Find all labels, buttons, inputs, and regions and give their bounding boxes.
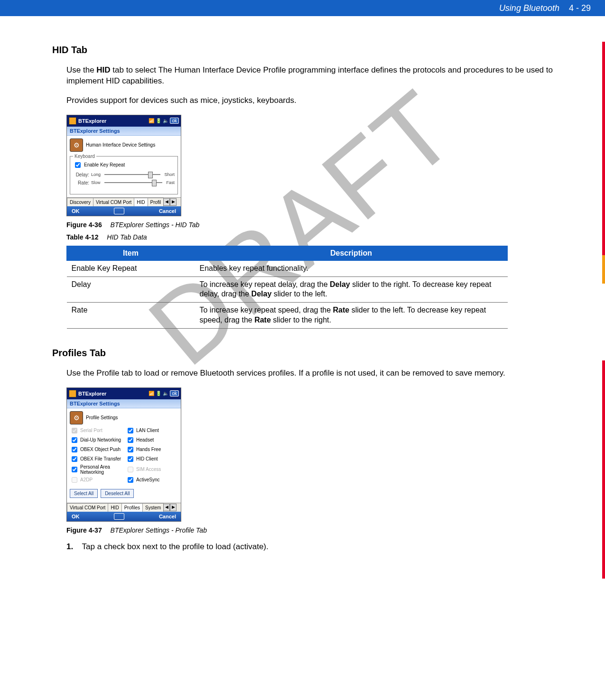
tab-strip: Virtual COM Port HID Profiles System ◀ ▶: [67, 503, 181, 512]
cancel-button[interactable]: Cancel: [159, 208, 176, 214]
app-icon: [69, 117, 76, 125]
profiles-paragraph-1: Use the Profile tab to load or remove Bl…: [66, 368, 562, 379]
cancel-button[interactable]: Cancel: [159, 514, 176, 519]
tab-virtual-com[interactable]: Virtual COM Port: [93, 198, 134, 206]
tab-discovery[interactable]: Discovery: [67, 198, 93, 206]
tab-virtual-com[interactable]: Virtual COM Port: [67, 503, 108, 512]
signal-icon: 📶: [149, 118, 154, 123]
signal-icon: 📶: [149, 391, 154, 396]
profile-item[interactable]: HID Client: [126, 455, 178, 463]
table-row: Enable Key Repeat Enables key repeat fun…: [67, 260, 508, 276]
profile-item[interactable]: Headset: [126, 436, 178, 444]
profile-item: SIM Access: [126, 464, 178, 475]
profile-item[interactable]: Dial-Up Networking: [70, 436, 122, 444]
hid-paragraph-2: Provides support for devices such as mic…: [66, 95, 562, 106]
keyboard-icon[interactable]: [114, 513, 124, 520]
deselect-all-button[interactable]: Deselect All: [101, 489, 134, 498]
battery-icon: 🔋: [156, 391, 161, 396]
gear-icon: ⚙: [70, 411, 83, 424]
soft-key-bar: OK Cancel: [67, 206, 181, 216]
profile-item[interactable]: OBEX Object Push: [70, 445, 122, 454]
profile-item[interactable]: LAN Client: [126, 426, 178, 435]
profile-item[interactable]: ActiveSync: [126, 476, 178, 484]
delay-label: Delay:: [73, 172, 89, 177]
window-subtitle: BTExplorer Settings: [67, 399, 181, 408]
rate-slider[interactable]: [104, 182, 163, 183]
table-row: Delay To increase key repeat delay, drag…: [67, 276, 508, 303]
ok-button[interactable]: OK: [72, 208, 80, 214]
col-description: Description: [195, 246, 508, 260]
ok-button[interactable]: OK: [72, 514, 80, 519]
tab-hid[interactable]: HID: [108, 503, 121, 512]
window-titlebar: BTExplorer 📶 🔋 🔈 ok: [67, 115, 181, 127]
col-item: Item: [67, 246, 195, 260]
profiles-tab-heading: Profiles Tab: [52, 348, 562, 359]
tab-system[interactable]: System: [142, 503, 164, 512]
panel-title: Human Interface Device Settings: [86, 142, 155, 147]
figure-4-36-caption: Figure 4-36 BTExplorer Settings - HID Ta…: [66, 221, 562, 229]
panel-title: Profile Settings: [86, 415, 118, 420]
keyboard-icon[interactable]: [114, 208, 124, 214]
hid-paragraph-1: Use the HID tab to select The Human Inte…: [66, 65, 562, 87]
titlebar-ok-button[interactable]: ok: [170, 390, 179, 396]
page-number: 4 - 29: [569, 3, 591, 13]
profile-item: Serial Port: [70, 426, 122, 435]
chapter-title: Using Bluetooth: [499, 3, 559, 13]
window-title: BTExplorer: [78, 118, 106, 124]
page-header: Using Bluetooth 4 - 29: [0, 0, 605, 16]
hid-data-table: Item Description Enable Key Repeat Enabl…: [66, 246, 508, 329]
keyboard-fieldset: Keyboard Enable Key Repeat Delay: Long S…: [70, 154, 178, 194]
table-row: Rate To increase key repeat speed, drag …: [67, 303, 508, 329]
profile-list: Serial PortLAN ClientDial-Up NetworkingH…: [70, 426, 178, 484]
gear-icon: ⚙: [70, 138, 83, 152]
speaker-icon: 🔈: [163, 118, 168, 123]
tab-strip: Discovery Virtual COM Port HID Profil ◀ …: [67, 197, 181, 206]
app-icon: [69, 390, 76, 397]
speaker-icon: 🔈: [163, 391, 168, 396]
titlebar-ok-button[interactable]: ok: [170, 118, 179, 124]
rate-label: Rate:: [73, 180, 89, 185]
step-1: 1. Tap a check box next to the profile t…: [66, 542, 562, 552]
soft-key-bar: OK Cancel: [67, 512, 181, 521]
tab-scroll-left-icon[interactable]: ◀: [163, 504, 170, 511]
tab-profiles[interactable]: Profiles: [121, 503, 143, 512]
delay-slider[interactable]: [104, 174, 160, 175]
tab-scroll-left-icon[interactable]: ◀: [163, 198, 170, 206]
profile-item: A2DP: [70, 476, 122, 484]
tab-scroll-right-icon[interactable]: ▶: [170, 198, 177, 206]
profile-item[interactable]: OBEX File Transfer: [70, 455, 122, 463]
profile-item[interactable]: Hands Free: [126, 445, 178, 454]
battery-icon: 🔋: [156, 118, 161, 123]
table-4-12-caption: Table 4-12 HID Tab Data: [66, 233, 562, 241]
window-titlebar: BTExplorer 📶 🔋 🔈 ok: [67, 388, 181, 399]
profile-item[interactable]: Personal Area Networking: [70, 464, 122, 475]
figure-4-37-caption: Figure 4-37 BTExplorer Settings - Profil…: [66, 526, 562, 534]
tab-profiles[interactable]: Profil: [148, 198, 164, 206]
enable-key-repeat-checkbox[interactable]: Enable Key Repeat: [73, 161, 175, 169]
tab-hid[interactable]: HID: [134, 198, 148, 206]
window-title: BTExplorer: [78, 391, 106, 396]
window-subtitle: BTExplorer Settings: [67, 127, 181, 136]
tab-scroll-right-icon[interactable]: ▶: [170, 504, 177, 511]
select-all-button[interactable]: Select All: [70, 489, 98, 498]
figure-profiles-screenshot: BTExplorer 📶 🔋 🔈 ok BTExplorer Settings …: [66, 387, 181, 522]
figure-hid-screenshot: BTExplorer 📶 🔋 🔈 ok BTExplorer Settings …: [66, 115, 181, 216]
hid-tab-heading: HID Tab: [52, 45, 562, 55]
